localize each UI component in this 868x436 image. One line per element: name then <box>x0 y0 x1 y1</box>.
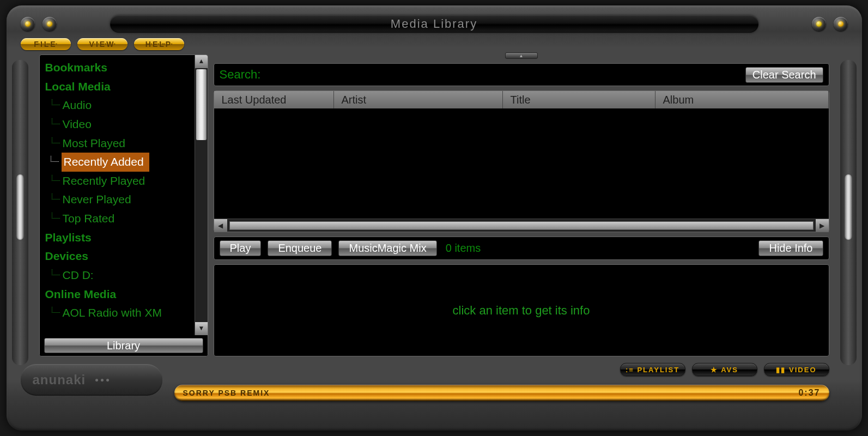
indicator-dots-icon <box>95 379 109 382</box>
menubar: FILE VIEW HELP <box>16 36 852 55</box>
scroll-up-icon[interactable]: ▲ <box>195 55 208 68</box>
enqueue-button[interactable]: Enqueue <box>268 240 332 256</box>
col-title[interactable]: Title <box>503 91 655 108</box>
menu-help[interactable]: HELP <box>134 38 184 50</box>
collapse-toggle[interactable]: ▲ <box>505 52 538 59</box>
tree-aol-radio[interactable]: AOL Radio with XM <box>42 304 205 323</box>
titlebar-button-2[interactable] <box>43 17 57 31</box>
horizontal-scrollbar[interactable]: ◀ ▶ <box>214 219 829 232</box>
window-title: Media Library <box>391 17 477 31</box>
brand-lozenge: anunaki <box>21 364 162 396</box>
info-panel: click an item to get its info <box>214 264 829 356</box>
titlebar-button-1[interactable] <box>21 17 35 31</box>
video-tab[interactable]: ▮▮ VIDEO <box>764 363 829 376</box>
left-grip <box>12 60 28 365</box>
brand-label: anunaki <box>33 372 86 387</box>
tree-recently-played[interactable]: Recently Played <box>42 172 205 191</box>
hide-info-button[interactable]: Hide Info <box>758 240 823 256</box>
titlebar: Media Library <box>16 12 852 36</box>
minimize-button[interactable] <box>812 17 826 31</box>
tree-online-media[interactable]: Online Media <box>42 285 205 304</box>
tree-recently-added[interactable]: Recently Added <box>62 153 149 172</box>
search-panel: Search: Clear Search <box>214 63 829 86</box>
play-button[interactable]: Play <box>220 240 262 256</box>
hscroll-right-icon[interactable]: ▶ <box>816 219 829 232</box>
right-grip <box>840 60 857 365</box>
tree-playlists[interactable]: Playlists <box>42 228 205 247</box>
tree-top-rated[interactable]: Top Rated <box>42 209 205 228</box>
avs-tab[interactable]: ★ AVS <box>692 363 757 376</box>
scroll-thumb[interactable] <box>196 69 207 140</box>
footer: anunaki :≡ PLAYLIST ★ AVS ▮▮ VIDEO SORRY… <box>16 362 852 414</box>
tree-bookmarks[interactable]: Bookmarks <box>42 58 205 77</box>
results-table: Last Updated Artist Title Album ◀ ▶ <box>214 90 829 232</box>
tree-scrollbar[interactable]: ▲ ▼ <box>195 55 208 335</box>
sidebar: Bookmarks Local Media Audio Video Most P… <box>39 55 208 356</box>
tree-devices[interactable]: Devices <box>42 247 205 266</box>
tree-local-media[interactable]: Local Media <box>42 77 205 96</box>
tree-never-played[interactable]: Never Played <box>42 190 205 209</box>
clear-search-button[interactable]: Clear Search <box>745 67 823 83</box>
tree-video[interactable]: Video <box>42 115 205 134</box>
hscroll-track[interactable] <box>229 221 814 230</box>
table-body <box>214 108 829 219</box>
column-headers: Last Updated Artist Title Album <box>214 91 829 108</box>
hscroll-left-icon[interactable]: ◀ <box>214 219 227 232</box>
scroll-down-icon[interactable]: ▼ <box>195 322 208 335</box>
content-area: ▲ Search: Clear Search Last Updated Arti… <box>214 55 829 356</box>
col-artist[interactable]: Artist <box>334 91 503 108</box>
library-button[interactable]: Library <box>44 338 203 353</box>
seek-bar[interactable]: SORRY PSB REMIX 0:37 <box>174 385 829 401</box>
search-input[interactable] <box>266 64 739 86</box>
action-row: Play Enqueue MusicMagic Mix 0 items Hide… <box>214 237 829 260</box>
media-library-window: Media Library FILE VIEW HELP Bookmarks L… <box>7 5 862 431</box>
item-count: 0 items <box>446 242 481 255</box>
elapsed-time: 0:37 <box>798 388 820 398</box>
window-title-pill: Media Library <box>110 15 758 33</box>
nav-tree: Bookmarks Local Media Audio Video Most P… <box>40 55 208 335</box>
tree-cd-d[interactable]: CD D: <box>42 266 205 285</box>
now-playing-title: SORRY PSB REMIX <box>183 389 270 397</box>
tree-audio[interactable]: Audio <box>42 96 205 115</box>
info-hint: click an item to get its info <box>453 304 590 318</box>
close-button[interactable] <box>834 17 848 31</box>
col-album[interactable]: Album <box>655 91 829 108</box>
musicmagic-button[interactable]: MusicMagic Mix <box>338 240 436 256</box>
col-last-updated[interactable]: Last Updated <box>214 91 334 108</box>
tree-most-played[interactable]: Most Played <box>42 134 205 153</box>
playlist-tab[interactable]: :≡ PLAYLIST <box>620 363 685 376</box>
search-label: Search: <box>220 68 261 82</box>
menu-file[interactable]: FILE <box>21 38 71 50</box>
menu-view[interactable]: VIEW <box>77 38 128 50</box>
